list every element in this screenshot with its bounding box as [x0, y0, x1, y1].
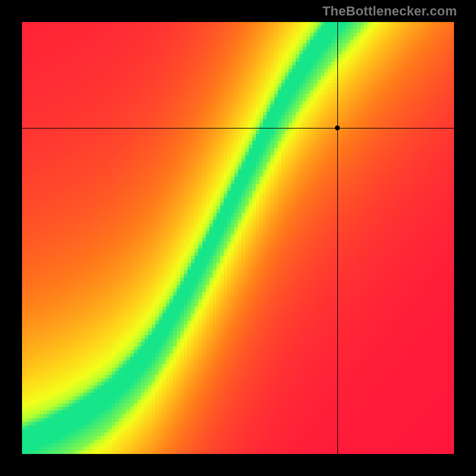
chart-stage: TheBottlenecker.com: [0, 0, 476, 476]
watermark-text: TheBottlenecker.com: [322, 4, 457, 19]
heatmap-plot: [22, 22, 454, 454]
heatmap-canvas: [22, 22, 454, 454]
